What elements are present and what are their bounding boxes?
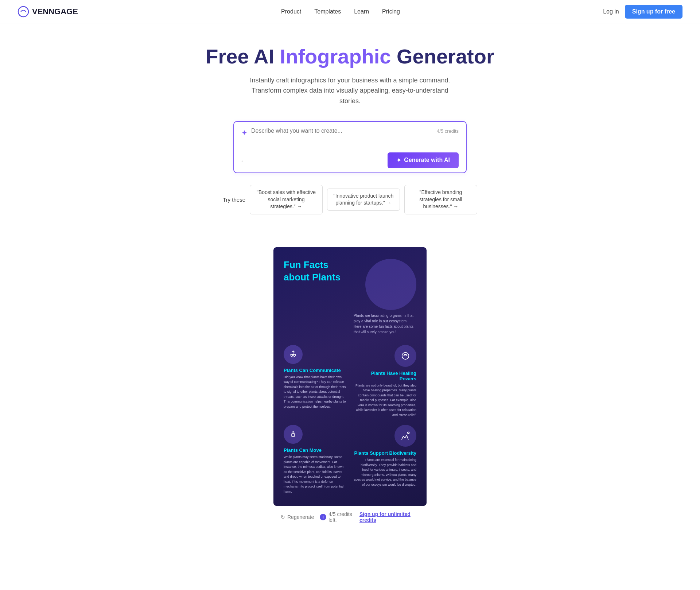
credits-info: i 4/5 credits left. Sign up for unlimite… (320, 511, 419, 523)
hero-title-part2: Generator (391, 45, 494, 68)
infographic-item-1: Plants Have Healing Powers Plants are no… (354, 345, 416, 418)
item-2-text: While plants may seem stationary, some p… (284, 455, 346, 494)
generate-button[interactable]: ✦ Generate with AI (388, 152, 459, 168)
logo[interactable]: VENNGAGE (18, 6, 78, 18)
nav-product[interactable]: Product (281, 8, 301, 15)
bottom-bar: ↻ Regenerate i 4/5 credits left. Sign up… (273, 506, 427, 528)
svg-point-2 (402, 352, 409, 359)
nav-pricing[interactable]: Pricing (382, 8, 400, 15)
resize-handle: ⌟ (241, 158, 244, 163)
generator-box: ✦ 4/5 credits ⌟ ✦ Generate with AI (233, 121, 467, 173)
item-1-text: Plants are not only beautiful, but they … (354, 383, 416, 418)
hero-section: Free AI Infographic Generator Instantly … (0, 23, 700, 247)
info-icon: i (320, 514, 326, 520)
navigation: VENNGAGE Product Templates Learn Pricing… (0, 0, 700, 23)
decorative-circle-large (365, 259, 416, 310)
credits-text: 4/5 credits left. (328, 511, 357, 523)
svg-point-0 (18, 7, 28, 17)
regen-icon: ↻ (281, 514, 285, 520)
infographic-item-0: Plants Can Communicate Did you know that… (284, 345, 346, 418)
infographic-title-text: Fun Facts about Plants (284, 259, 346, 284)
regenerate-label: Regenerate (287, 514, 314, 520)
item-1-icon (394, 345, 416, 367)
credits-label: 4/5 credits (437, 128, 459, 134)
try-label: Try these (223, 197, 245, 203)
login-button[interactable]: Log in (603, 8, 619, 15)
svg-point-1 (292, 354, 294, 356)
item-3-text: Plants are essential for maintaining bio… (354, 458, 416, 487)
infographic-item-2: Plants Can Move While plants may seem st… (284, 425, 346, 494)
infographic-intro-col: Plants are fascinating organisms that pl… (354, 259, 416, 335)
hero-title: Free AI Infographic Generator (7, 45, 693, 68)
item-2-subtitle: Plants Can Move (284, 447, 346, 453)
svg-rect-3 (292, 434, 295, 436)
generate-label: Generate with AI (404, 157, 450, 163)
infographic-card: Fun Facts about Plants Plants are fascin… (273, 247, 427, 506)
prompt-input[interactable] (251, 128, 433, 150)
item-3-icon (394, 425, 416, 447)
infographic-title: Fun Facts about Plants (284, 259, 346, 335)
infographic-grid: Plants Can Communicate Did you know that… (284, 345, 416, 494)
hero-title-accent: Infographic (280, 45, 391, 68)
try-chip-1[interactable]: "Innovative product launch planning for … (327, 189, 400, 211)
hero-title-part1: Free AI (206, 45, 280, 68)
try-chip-2[interactable]: "Effective branding strategies for small… (404, 185, 477, 214)
signup-unlimited-link[interactable]: Sign up for unlimited credits (359, 511, 419, 523)
item-3-subtitle: Plants Support Biodiversity (354, 450, 416, 456)
nav-links: Product Templates Learn Pricing (281, 8, 400, 15)
generate-sparkle-icon: ✦ (396, 157, 401, 164)
item-0-icon (284, 345, 303, 364)
regenerate-button[interactable]: ↻ Regenerate (281, 514, 314, 520)
infographic-item-3: Plants Support Biodiversity Plants are e… (354, 425, 416, 494)
item-1-subtitle: Plants Have Healing Powers (354, 370, 416, 381)
infographic-preview: Fun Facts about Plants Plants are fascin… (273, 247, 427, 528)
try-these-section: Try these "Boost sales with effective so… (204, 185, 496, 214)
item-2-icon (284, 425, 303, 444)
item-0-subtitle: Plants Can Communicate (284, 368, 346, 373)
nav-actions: Log in Sign up for free (603, 5, 682, 19)
svg-point-4 (408, 432, 409, 434)
signup-button[interactable]: Sign up for free (625, 5, 682, 19)
nav-learn[interactable]: Learn (354, 8, 369, 15)
hero-subtitle: Instantly craft infographics for your bu… (244, 75, 456, 106)
try-chip-0[interactable]: "Boost sales with effective social marke… (250, 185, 323, 214)
infographic-intro-text: Plants are fascinating organisms that pl… (354, 313, 416, 335)
logo-text: VENNGAGE (32, 7, 78, 16)
item-0-text: Did you know that plants have their own … (284, 375, 346, 409)
sparkle-icon: ✦ (241, 128, 248, 137)
nav-templates[interactable]: Templates (314, 8, 341, 15)
